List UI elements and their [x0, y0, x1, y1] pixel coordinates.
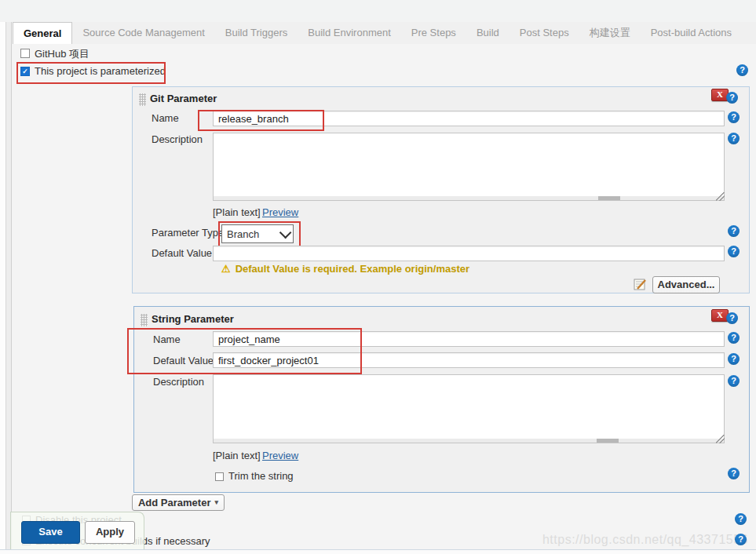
string-plain-text-label: [Plain text] [213, 450, 261, 461]
tab-pre-steps[interactable]: Pre Steps [401, 22, 466, 44]
git-preview-link[interactable]: Preview [262, 206, 298, 218]
csdn-watermark: https://blog.csdn.net/qq_43371556 [487, 533, 748, 547]
warning-icon: ⚠ [221, 263, 231, 275]
tab-post-build-actions[interactable]: Post-build Actions [641, 22, 742, 44]
help-icon-bottom-2[interactable]: ? [735, 534, 747, 545]
apply-button[interactable]: Apply [85, 521, 135, 544]
tab-post-steps[interactable]: Post Steps [509, 22, 579, 44]
left-gutter-outer [0, 22, 6, 549]
parameter-type-value: Branch [227, 228, 259, 240]
trim-string-label: Trim the string [228, 470, 294, 482]
github-project-checkbox[interactable] [20, 49, 30, 58]
help-icon-git-description[interactable]: ? [728, 133, 740, 144]
textarea-hscrollbar[interactable] [214, 196, 724, 200]
git-parameter-title: Git Parameter [150, 93, 217, 104]
scrollbar-handle[interactable] [597, 439, 619, 443]
help-icon-parameterized[interactable]: ? [736, 64, 748, 76]
config-tabbar: General Source Code Management Build Tri… [13, 22, 756, 45]
help-icon-string-name[interactable]: ? [728, 332, 740, 344]
string-parameter-title: String Parameter [152, 313, 234, 325]
git-name-label: Name [152, 112, 179, 124]
add-parameter-label: Add Parameter [138, 497, 210, 508]
tab-source-code-management[interactable]: Source Code Management [72, 22, 214, 44]
resize-grip-icon[interactable] [716, 192, 725, 201]
tab-build-environment[interactable]: Build Environment [298, 22, 401, 44]
tab-build[interactable]: Build [466, 22, 509, 44]
help-icon-git-parameter[interactable]: ? [726, 92, 738, 104]
jenkins-job-config-page: General Source Code Management Build Tri… [0, 0, 756, 554]
git-default-value-input[interactable] [213, 246, 725, 261]
git-name-input[interactable] [213, 111, 725, 126]
bottom-edge [0, 549, 756, 554]
help-icon-string-default-value[interactable]: ? [728, 353, 740, 365]
string-default-value-label: Default Value [153, 355, 214, 366]
edit-note-icon [634, 278, 647, 293]
tab-build-triggers[interactable]: Build Triggers [215, 22, 298, 44]
resize-grip-icon[interactable] [716, 435, 725, 443]
drag-handle-icon[interactable] [141, 314, 148, 326]
git-plain-text-label: [Plain text] [213, 206, 261, 218]
trim-string-checkbox[interactable] [215, 472, 224, 481]
help-icon-string-parameter[interactable]: ? [726, 312, 738, 324]
github-project-label: GitHub 项目 [35, 47, 89, 61]
chevron-down-icon [279, 226, 292, 239]
string-name-input[interactable] [213, 331, 725, 347]
parameterized-label: This project is parameterized [35, 65, 166, 77]
parameter-type-select[interactable]: Branch [221, 224, 294, 243]
string-name-label: Name [153, 333, 181, 345]
tab-build-settings[interactable]: 构建设置 [579, 22, 641, 44]
drag-handle-icon[interactable] [139, 93, 146, 106]
caret-down-icon: ▾ [214, 498, 218, 506]
string-description-label: Description [153, 376, 204, 388]
git-description-label: Description [152, 133, 203, 145]
warning-text: Default Value is required. Example origi… [236, 263, 469, 275]
help-icon-string-description[interactable]: ? [728, 375, 740, 387]
string-description-textarea[interactable] [213, 374, 725, 443]
textarea-hscrollbar[interactable] [214, 439, 724, 443]
advanced-button[interactable]: Advanced... [652, 276, 720, 293]
git-parameter-panel: Git Parameter X ? Name ? Description [Pl… [132, 86, 750, 293]
add-parameter-button[interactable]: Add Parameter▾ [132, 494, 225, 511]
string-default-value-input[interactable] [213, 352, 725, 368]
default-value-warning: ⚠Default Value is required. Example orig… [221, 263, 469, 275]
parameter-type-label: Parameter Type [152, 227, 224, 239]
save-button[interactable]: Save [21, 521, 80, 544]
help-icon-parameter-type[interactable]: ? [728, 225, 740, 237]
string-preview-link[interactable]: Preview [262, 450, 298, 461]
help-icon-trim-string[interactable]: ? [728, 468, 740, 479]
string-parameter-panel: String Parameter X ? Name ? Default Valu… [133, 306, 750, 493]
scrollbar-handle[interactable] [598, 196, 620, 200]
help-icon-git-default-value[interactable]: ? [728, 246, 740, 257]
git-description-textarea[interactable] [213, 133, 725, 201]
help-icon-bottom-1[interactable]: ? [735, 513, 747, 525]
help-icon-git-name[interactable]: ? [728, 111, 740, 123]
parameterized-checkbox[interactable]: ✓ [20, 67, 30, 76]
tab-general[interactable]: General [13, 22, 72, 45]
left-gutter-inner [6, 22, 12, 549]
git-default-value-label: Default Value [152, 247, 212, 259]
